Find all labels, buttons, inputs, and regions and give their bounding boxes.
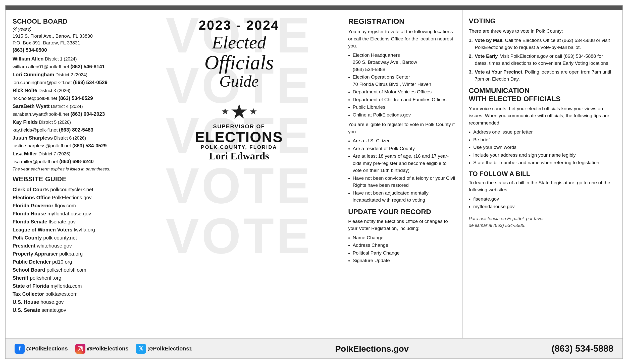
member6-district: District 6 (2026) [54, 136, 86, 141]
wlabel-15: U.S. Senate [13, 307, 40, 313]
website-14: U.S. House house.gov [13, 298, 129, 306]
wurl-6: polk-county.net [43, 235, 77, 240]
member3-phone: (863) 534-0529 [59, 95, 93, 101]
eligible-0: Are a U.S. Citizen [348, 137, 456, 145]
address-line2: P.O. Box 391, Bartow, FL 33831 [13, 40, 80, 45]
website-15: U.S. Senate senate.gov [13, 306, 129, 314]
instagram-social: @PolkElections [75, 344, 129, 354]
website-6: Polk County polk-county.net [13, 234, 129, 242]
year-note: The year each term expires is listed in … [13, 167, 129, 172]
year-range: 2023 - 2024 [199, 18, 280, 33]
wurl-8: polkpa.org [59, 251, 83, 257]
wurl-11: polksheriff.org [30, 275, 61, 281]
update-intro: Please notify the Elections Office of ch… [348, 218, 456, 232]
location-1: Election Operations Center70 Florida Cit… [348, 74, 456, 88]
website-9: Public Defender pd10.org [13, 258, 129, 266]
vnum-2: 3. [469, 69, 473, 76]
location-0: Election Headquarters250 S. Broadway Ave… [348, 52, 456, 73]
facebook-social: f @PolkElections [15, 344, 68, 354]
member4-phone: (863) 604-2023 [71, 111, 105, 117]
comm-intro: Your voice counts! Let your elected offi… [469, 105, 616, 127]
update-2: Political Party Change [348, 250, 456, 257]
member-6: Justin Sharpless District 6 (2026) justi… [13, 134, 129, 149]
member7-name: Lisa Miller [13, 151, 37, 156]
member2-phone: (863) 534-0529 [73, 80, 108, 85]
left-column: SCHOOL BOARD (4 years) 1915 S. Floral Av… [6, 10, 136, 338]
vbold-1: Vote Early. [475, 53, 499, 59]
member1-district: District 1 (2024) [45, 56, 77, 62]
wurl-14: house.gov [40, 299, 64, 305]
member6-name: Justin Sharpless [13, 135, 53, 141]
wurl-9: pd10.org [52, 259, 72, 265]
wlabel-11: Sheriff [13, 275, 28, 281]
wlabel-10: School Board [13, 267, 45, 273]
eligible-list: Are a U.S. Citizen Are a resident of Pol… [348, 137, 456, 204]
registration-title: REGISTRATION [348, 17, 456, 26]
locations-list: Election Headquarters250 S. Broadway Ave… [348, 52, 456, 119]
website-0: Clerk of Courts polkcountyclerk.net [13, 186, 129, 194]
member-7: Lisa Miller District 7 (2026) lisa.mille… [13, 150, 129, 165]
vote-method-2: 3. Vote at Your Precinct. Polling locati… [469, 69, 616, 83]
wlabel-7: President [13, 243, 35, 249]
follow-bill-title: TO FOLLOW A BILL [469, 170, 616, 178]
follow-site-1: myfloridahouse.gov [469, 203, 616, 210]
school-board-phone: (863) 534-0500 [13, 47, 129, 53]
svg-point-1 [79, 347, 81, 350]
svg-rect-0 [78, 346, 83, 351]
wlabel-6: Polk County [13, 235, 42, 240]
wlabel-14: U.S. House [13, 299, 39, 305]
tip-1: Be brief [469, 136, 616, 144]
eligible-1: Are a resident of Polk County [348, 145, 456, 152]
member5-district: District 5 (2026) [39, 120, 71, 125]
follow-sites-list: flsenate.gov myfloridahouse.gov [469, 196, 616, 210]
website-4: Florida Senate flsenate.gov [13, 218, 129, 226]
member4-name: SaraBeth Wyatt [13, 103, 49, 109]
vbold-0: Vote by Mail. [475, 38, 504, 43]
star-group: ★ ★ ★ [221, 100, 257, 123]
wlabel-5: League of Women Voters [13, 227, 72, 232]
school-board-term: (4 years) [13, 26, 129, 32]
wlabel-9: Public Defender [13, 259, 51, 265]
officials-text: Officials [204, 52, 274, 73]
wlabel-13: Tax Collector [13, 291, 44, 297]
member1-phone: (863) 546-8141 [71, 64, 105, 69]
wlabel-8: Property Appraiser [13, 251, 58, 257]
member6-email: justin.sharpless@polk-fl.net [13, 143, 71, 148]
footer: f @PolkElections @PolkElections 𝕏 @PolkE… [6, 338, 622, 358]
guide-text: Guide [219, 73, 258, 90]
voting-intro: There are three ways to vote in Polk Cou… [469, 28, 616, 35]
vote-method-0: 1. Vote by Mail. Call the Elections Offi… [469, 37, 616, 51]
wurl-3: myfloridahouse.gov [47, 211, 91, 216]
wlabel-4: Florida Senate [13, 219, 47, 224]
follow-site-0: flsenate.gov [469, 196, 616, 203]
member3-email: rick.nolte@polk-fl.net [13, 96, 57, 101]
vbold-2: Vote at Your Precinct. [475, 69, 524, 75]
member3-district: District 3 (2026) [38, 88, 70, 93]
page-container: SCHOOL BOARD (4 years) 1915 S. Floral Av… [5, 5, 623, 359]
website-12: State of Florida myflorida.com [13, 282, 129, 290]
board-members: William Allen District 1 (2024) william.… [13, 55, 129, 165]
tip-0: Address one issue per letter [469, 129, 616, 136]
update-list: Name Change Address Change Political Par… [348, 234, 456, 264]
vote-bg-5: VOTE [166, 211, 312, 261]
comm-tips-list: Address one issue per letter Be brief Us… [469, 129, 616, 166]
wurl-15: senate.gov [42, 307, 66, 313]
twitter-icon: 𝕏 [136, 344, 146, 354]
wurl-10: polkschoolsfl.com [47, 267, 86, 273]
member-3: Rick Nolte District 3 (2026) rick.nolte@… [13, 87, 129, 102]
member7-district: District 7 (2026) [38, 151, 70, 156]
center-column: VOTE VOTE VOTE VOTE VOTE 2023 - 2024 Ele… [136, 10, 342, 338]
website-5: League of Women Voters lwvfla.org [13, 226, 129, 234]
member2-name: Lori Cunningham [13, 72, 54, 77]
center-foreground: 2023 - 2024 Elected Officials Guide ★ ★ … [136, 10, 342, 162]
update-3: Signature Update [348, 257, 456, 264]
voting-section: VOTING There are three ways to vote in P… [463, 10, 622, 338]
facebook-handle: @PolkElections [26, 345, 68, 352]
vnum-0: 1. [469, 37, 473, 44]
website-10: School Board polkschoolsfl.com [13, 266, 129, 274]
registration-intro: You may register to vote at the followin… [348, 28, 456, 50]
star-center: ★ [230, 100, 248, 123]
member5-name: Kay Fields [13, 119, 38, 125]
school-board-address: 1915 S. Floral Ave., Bartow, FL 33830 P.… [13, 33, 129, 46]
footer-website: PolkElections.gov [200, 344, 544, 354]
